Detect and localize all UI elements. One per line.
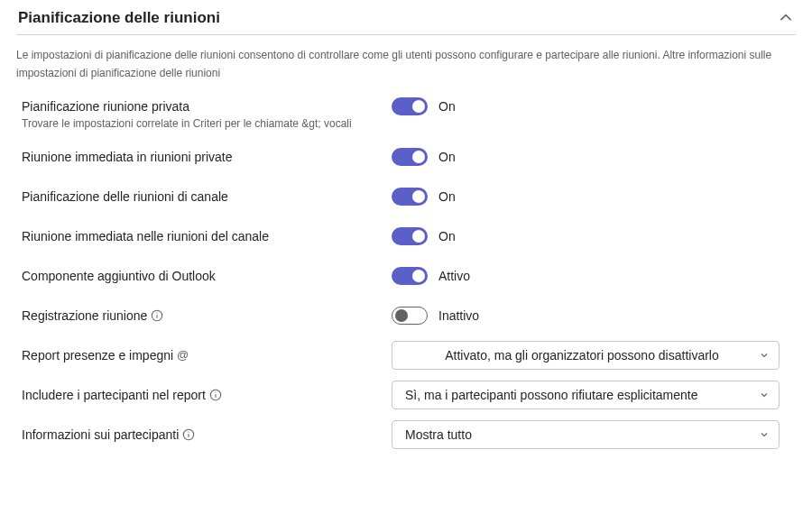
toggle-state-meeting-registration: Inattivo (438, 308, 479, 323)
toggle-private-scheduling[interactable] (392, 97, 428, 115)
toggle-private-meet-now[interactable] (392, 148, 428, 166)
dropdown-include-participants-value: Sì, ma i partecipanti possono rifiutare … (405, 388, 698, 402)
row-private-meet-now: Riunione immediata in riunioni private O… (22, 137, 790, 177)
dropdown-attendance-report[interactable]: Attivato, ma gli organizzatori possono d… (392, 341, 780, 370)
toggle-state-channel-scheduling: On (438, 189, 456, 204)
label-include-participants: Includere i partecipanti nel report (22, 388, 392, 402)
dropdown-participant-info[interactable]: Mostra tutto (392, 420, 780, 449)
svg-point-5 (215, 391, 216, 392)
section-description: Le impostazioni di pianificazione delle … (16, 46, 796, 83)
label-channel-meet-now: Riunione immediata nelle riunioni del ca… (22, 229, 392, 243)
row-attendance-report: Report presenze e impegni @ Attivato, ma… (22, 335, 790, 375)
label-attendance-report: Report presenze e impegni @ (22, 348, 392, 363)
label-outlook-addin: Componente aggiuntivo di Outlook (22, 269, 392, 283)
toggle-meeting-registration[interactable] (392, 307, 428, 325)
control-participant-info: Mostra tutto (392, 420, 790, 449)
control-private-scheduling: On (392, 97, 790, 115)
label-participant-info-text: Informazioni sui partecipanti (22, 427, 179, 442)
control-include-participants: Sì, ma i partecipanti possono rifiutare … (392, 381, 790, 409)
at-icon: @ (177, 348, 189, 362)
control-private-meet-now: On (392, 148, 790, 166)
info-icon[interactable] (182, 428, 195, 441)
chevron-down-icon (759, 429, 770, 440)
row-include-participants: Includere i partecipanti nel report Sì, … (22, 375, 790, 415)
svg-point-8 (189, 431, 189, 432)
label-private-scheduling: Pianificazione riunione privata (22, 99, 392, 114)
row-outlook-addin: Componente aggiuntivo di Outlook Attivo (22, 256, 790, 296)
chevron-down-icon (759, 390, 770, 400)
settings-list: Pianificazione riunione privata On Trova… (16, 94, 796, 458)
control-outlook-addin: Attivo (392, 267, 790, 285)
divider (16, 34, 796, 35)
svg-point-2 (157, 312, 158, 313)
control-attendance-report: Attivato, ma gli organizzatori possono d… (392, 341, 790, 370)
row-private-scheduling: Pianificazione riunione privata On Trova… (22, 97, 790, 137)
label-meeting-registration-text: Registrazione riunione (22, 308, 147, 323)
panel-header: Pianificazione delle riunioni (16, 5, 796, 34)
chevron-down-icon (759, 350, 770, 361)
description-text: Le impostazioni di pianificazione delle … (16, 49, 662, 61)
control-meeting-registration: Inattivo (392, 307, 790, 325)
label-channel-scheduling: Pianificazione delle riunioni di canale (22, 189, 392, 204)
panel-title: Pianificazione delle riunioni (18, 9, 220, 27)
label-include-participants-text: Includere i partecipanti nel report (22, 388, 206, 402)
label-participant-info: Informazioni sui partecipanti (22, 427, 392, 442)
info-icon[interactable] (151, 309, 163, 322)
control-channel-meet-now: On (392, 227, 790, 245)
dropdown-include-participants[interactable]: Sì, ma i partecipanti possono rifiutare … (392, 381, 780, 409)
toggle-state-outlook-addin: Attivo (438, 269, 470, 283)
help-private-scheduling: Trovare le impostazioni correlate in Cri… (22, 117, 790, 130)
meeting-scheduling-panel: Pianificazione delle riunioni Le imposta… (0, 0, 812, 469)
row-channel-scheduling: Pianificazione delle riunioni di canale … (22, 177, 790, 216)
label-attendance-report-text: Report presenze e impegni (22, 348, 173, 363)
control-channel-scheduling: On (392, 188, 790, 206)
dropdown-participant-info-value: Mostra tutto (405, 427, 472, 442)
collapse-chevron-icon[interactable] (778, 10, 794, 26)
label-meeting-registration: Registrazione riunione (22, 308, 392, 323)
label-private-meet-now: Riunione immediata in riunioni private (22, 150, 392, 164)
row-participant-info: Informazioni sui partecipanti Mostra tut… (22, 415, 790, 454)
dropdown-attendance-report-value: Attivato, ma gli organizzatori possono d… (405, 348, 759, 363)
toggle-state-private-meet-now: On (438, 150, 456, 164)
toggle-state-private-scheduling: On (438, 99, 456, 114)
row-channel-meet-now: Riunione immediata nelle riunioni del ca… (22, 216, 790, 256)
toggle-outlook-addin[interactable] (392, 267, 428, 285)
toggle-state-channel-meet-now: On (438, 229, 456, 243)
info-icon[interactable] (209, 389, 222, 401)
row-meeting-registration: Registrazione riunione Inattivo (22, 296, 790, 335)
toggle-channel-meet-now[interactable] (392, 227, 428, 245)
toggle-channel-scheduling[interactable] (392, 188, 428, 206)
